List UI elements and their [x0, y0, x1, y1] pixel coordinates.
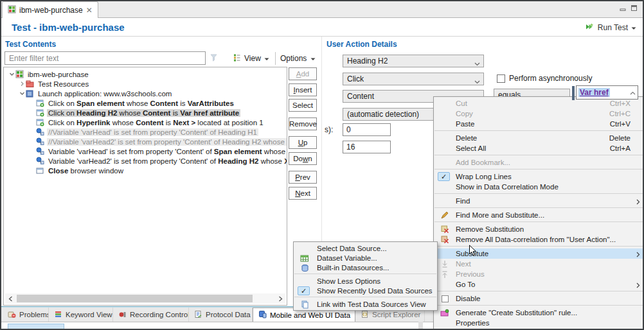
tree-item-label: //Variable 'varHead2' is set from proper… [47, 138, 287, 146]
menu-item-dataset-variable[interactable]: Dataset Variable... [294, 253, 437, 263]
tree-item-label: Launch application: www.w3schools.com [37, 90, 173, 98]
menu-separator [294, 274, 436, 274]
menu-item-label: Copy [456, 110, 473, 117]
tree-item-test-resources[interactable]: Test Resources [4, 79, 287, 89]
menu-item-properties[interactable]: Properties [434, 318, 644, 328]
view-tab-recording-control[interactable]: Recording Control [113, 308, 189, 322]
menu-item-link-with-test-data-sources-view[interactable]: Link with Test Data Sources View [294, 299, 437, 309]
menu-item-show-in-data-correlation-mode[interactable]: Show in Data Correlation Mode [434, 182, 644, 192]
remove-button[interactable]: Remove [289, 117, 317, 130]
menu-item-generate-create-substitution-rule[interactable]: Generate "Create Substitution" rule... [434, 308, 644, 318]
menu-item-find-more-and-substitute[interactable]: Find More and Substitute... [434, 210, 644, 220]
variable-icon [36, 147, 45, 155]
down-button[interactable]: Down [289, 152, 317, 165]
checkmark-icon: ✓ [298, 286, 310, 295]
scroll-right-icon[interactable] [275, 296, 285, 302]
run-test-button[interactable]: Run Test [585, 22, 636, 33]
horizontal-scrollbar[interactable] [5, 293, 285, 304]
substituted-value: Var href [578, 88, 610, 97]
run-test-label: Run Test [598, 23, 628, 32]
view-menu-button[interactable]: View [233, 53, 269, 64]
menu-item-label: Show in Data Correlation Mode [456, 183, 559, 191]
close-icon[interactable]: ✕ [86, 7, 93, 13]
numeric-field-1[interactable] [343, 123, 391, 136]
tree-item-variable-varhead2-is-set-from-property-c[interactable]: //Variable 'varHead2' is set from proper… [4, 137, 287, 146]
menu-item-select-all[interactable]: Select AllCtrl+A [434, 143, 644, 153]
menu-item-next: Next [434, 259, 644, 269]
tree-item-click-on-span-element-whose-content-is-v[interactable]: Click on Span element whose Content is V… [4, 98, 287, 108]
insert-button[interactable]: Insert [289, 83, 317, 96]
menu-item-built-in-datasources[interactable]: Built-in Datasources... [294, 263, 437, 272]
menu-item-delete[interactable]: DeleteDelete [434, 133, 644, 143]
menu-item-select-data-source[interactable]: Select Data Source... [294, 243, 437, 253]
menu-item-remove-substitution[interactable]: Remove Substitution [434, 224, 644, 234]
view-tab-problems[interactable]: Problems [3, 308, 49, 322]
menu-item-label: Wrap Long Lines [456, 173, 512, 180]
menu-item-substitute[interactable]: Substitute [434, 248, 644, 259]
tree-item-variable-varhead-is-set-from-property-co[interactable]: //Variable 'varHead' is set from propert… [4, 127, 287, 137]
protocol-data-icon [194, 310, 202, 320]
prev-arrow-icon [438, 270, 451, 279]
element-dropdown[interactable]: Heading H2 [343, 55, 484, 67]
menu-item-show-recently-used-data-sources[interactable]: ✓Show Recently Used Data Sources [294, 286, 437, 295]
menu-separator [434, 291, 644, 291]
menu-item-disable[interactable]: Disable [434, 293, 644, 304]
menu-item-paste[interactable]: PasteCtrl+V [434, 119, 644, 129]
value-field-splitter[interactable] [572, 86, 575, 100]
add-button[interactable]: Add [289, 67, 317, 80]
tree-item-ibm-web-purchase[interactable]: ibm-web-purchase [4, 69, 287, 79]
tree-item-click-on-heading-h2-whose-content-is-var[interactable]: Click on Heading H2 whose Content is Var… [4, 108, 287, 117]
next-button[interactable]: Next [289, 187, 317, 200]
mobile-web-ui-data-icon [258, 310, 267, 320]
tree-expander-icon[interactable] [18, 81, 26, 87]
menu-shortcut: Ctrl+X [610, 100, 631, 107]
menu-separator [294, 297, 436, 297]
up-button[interactable]: Up [289, 136, 317, 149]
tree-item-close-browser-window[interactable]: Close browser window [4, 166, 287, 175]
context-menu: CutCtrl+XCopyCtrl+CPasteCtrl+VDeleteDele… [433, 96, 644, 330]
perform-asynchronously-checkbox[interactable] [497, 74, 505, 83]
action-dropdown[interactable]: Click [343, 73, 484, 85]
tree-expander-icon[interactable] [18, 91, 26, 96]
next-arrow-icon [438, 259, 451, 268]
prev-button[interactable]: Prev [289, 171, 317, 184]
menu-item-previous: Previous [434, 269, 644, 279]
tree-item-label: Click on Hyperlink whose Content is Next… [47, 119, 265, 126]
menu-item-show-less-options[interactable]: Show Less Options [294, 276, 437, 286]
scroll-left-icon[interactable] [5, 296, 15, 302]
options-label: Options [280, 54, 307, 63]
maximize-icon[interactable] [631, 4, 638, 12]
numeric-field-2[interactable] [343, 141, 391, 153]
menu-item-wrap-long-lines[interactable]: ✓Wrap Long Lines [434, 171, 644, 182]
view-tab-keyword-view[interactable]: Keyword View [49, 308, 113, 322]
tree-expander-icon[interactable] [8, 71, 15, 77]
scrollbar-thumb[interactable] [17, 295, 253, 302]
spinner-up-icon[interactable] [630, 88, 636, 97]
tree-item-variable-varhead2-is-set-from-property-c[interactable]: Variable 'varHead2' is set from property… [4, 156, 287, 166]
menu-item-label: Remove All Data-correlation from "User A… [456, 236, 616, 243]
tree-item-label: Click on Span element whose Content is V… [47, 100, 235, 107]
filter-input[interactable] [4, 51, 206, 65]
menu-item-go-to[interactable]: Go To [434, 279, 644, 290]
user-action-details-header: User Action Details [326, 40, 397, 49]
view-tab-protocol-data[interactable]: Protocol Data [189, 308, 253, 322]
editor-tab-label: ibm-web-purchase [19, 6, 83, 15]
options-menu-button[interactable]: Options [280, 53, 316, 64]
view-tab-label: Protocol Data [206, 311, 251, 318]
minimize-icon[interactable] [620, 4, 627, 12]
tree-item-click-on-hyperlink-whose-content-is-next[interactable]: Click on Hyperlink whose Content is Next… [4, 117, 287, 127]
variable-icon [36, 137, 45, 146]
generate-rule-icon [438, 308, 451, 317]
menu-item-label: Find More and Substitute... [456, 211, 544, 219]
tree-item-variable-varhead-is-set-from-property-co[interactable]: Variable 'varHead' is set from property … [4, 146, 287, 156]
menu-item-remove-all-data-correlation-from-user-action[interactable]: Remove All Data-correlation from "User A… [434, 234, 644, 245]
substitution-value-field[interactable]: Var href [576, 85, 638, 100]
editor-tab-ibm-web-purchase[interactable]: ibm-web-purchase ✕ [2, 1, 98, 18]
menu-item-copy: CopyCtrl+C [434, 109, 644, 119]
dataset-variable-icon [298, 254, 311, 263]
filter-disabled-icon[interactable] [210, 53, 219, 64]
menu-item-find[interactable]: Find [434, 196, 644, 206]
select-button[interactable]: Select [289, 99, 317, 112]
tree-item-label: ibm-web-purchase [26, 71, 90, 78]
tree-item-launch-application-www-w3schools-com[interactable]: Launch application: www.w3schools.com [4, 89, 287, 98]
